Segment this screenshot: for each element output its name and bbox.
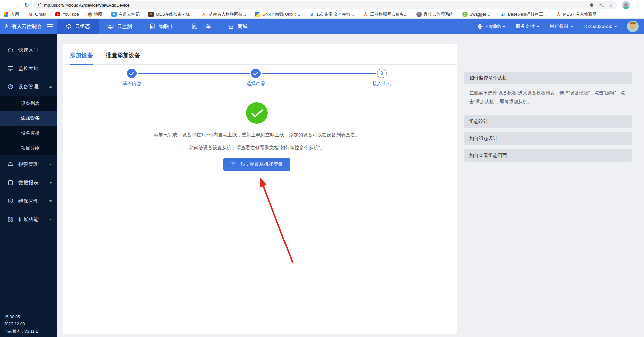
browser-profile-avatar[interactable] [622,1,630,9]
nav-tab-label: 云监测 [117,23,132,30]
bookmark-base64[interactable]: Base64编码转换工... [500,12,547,17]
swagger-icon [462,12,468,17]
brand: 有人云控制台 [0,19,57,34]
help-accordion-header[interactable]: 如何监控多个从机 [464,72,632,84]
nav-tab-mall[interactable]: 商城 [219,19,256,34]
address-bar[interactable]: mp.usr.cn/#/cloudV2/device/ViewAddDevice… [34,1,617,9]
sidebar-item-device-list[interactable]: 设备列表 [0,96,57,111]
work-order-icon [191,23,198,30]
help-accordion-header[interactable]: 如何组态设计 [464,132,632,145]
sidebar-item-quick-start[interactable]: 快速入门 [0,41,57,59]
sidebar-item-label: 报警管理 [18,161,39,168]
sidebar-item-label: 设备管理 [18,84,39,90]
bookmark-swagger[interactable]: Swagger UI [462,12,492,17]
home-icon [7,47,14,53]
help-accordion-view-scada: 如何查看组态画面 [464,149,632,162]
language-selector[interactable]: English [477,24,505,29]
padlock-icon[interactable] [38,3,41,7]
nav-tab-work-order[interactable]: 工单 [182,19,219,34]
topnav-right: English 服务支持 用户权限 15253035650 [477,21,644,32]
bookmark-maps[interactable]: 地图 [88,12,102,17]
sidebar-item-label: 维保管理 [18,198,39,204]
account-menu[interactable]: 15253035650 [583,24,617,29]
browser-menu-icon[interactable]: ⋮ [635,2,641,8]
hint-message: 如何给设备设置从机，请查看右侧帮助文档"如何监控多个从机"。 [63,145,451,151]
nav-tab-cloud-scada[interactable]: 云组态 [57,19,99,34]
bookmark-label: 透传云管理系统 [424,12,453,17]
chevron-up-icon [49,86,52,88]
bookmark-youtube[interactable]: YouTube [55,12,79,17]
bookmark-apps[interactable]: 应用 [4,12,19,17]
sidebar-item-label: 监控大屏 [18,65,39,72]
bookmark-iiot-cloud[interactable]: 工业物联网云服务... [363,12,407,17]
bookmark-youdao[interactable]: 有道云笔记 [111,12,140,17]
monitor-chart-icon [107,23,114,30]
brand-title: 有人云控制台 [11,23,42,30]
sidebar-item-extensions[interactable]: 扩展功能 [0,210,57,228]
back-icon[interactable]: ← [3,2,9,8]
bookmark-mes[interactable]: MES | 有人物联网 [555,12,597,17]
device-management-submenu: 设备列表 添加设备 设备模板 项目分组 [0,96,57,155]
usr-person-icon [363,12,368,17]
gmail-icon [28,12,33,17]
nav-tab-label: 工单 [201,23,211,30]
bookmark-unix-timestamp[interactable]: Unix时间戳(Unix ti... [255,12,300,17]
page: ← → ↻ mp.usr.cn/#/cloudV2/device/ViewAdd… [0,0,644,337]
bookmark-star-icon[interactable]: ☆ [609,3,613,8]
user-permission-menu[interactable]: 用户权限 [549,23,573,29]
bookmark-label: Gmail [35,12,46,17]
sidebar-footer: 15:38:05 2020-12-09 当前版本：V3.11.1 [4,314,38,335]
help-accordion-header[interactable]: 如何查看组态画面 [464,149,632,162]
bookmarks-bar: 应用 Gmail YouTube 地图 有道云笔记 MD5在线加密 - M...… [0,10,644,19]
bookmark-passthrough-cloud[interactable]: 透传云管理系统 [416,12,453,17]
sidebar-item-alarm-management[interactable]: 报警管理 [0,155,57,174]
sidebar-item-monitor-screen[interactable]: 监控大屏 [0,59,57,77]
sidebar-item-label: 数据报表 [18,180,39,186]
sidebar-item-device-template[interactable]: 设备模板 [0,126,57,140]
bookmark-label: Base64编码转换工... [508,12,547,17]
sidebar-item-device-management[interactable]: 设备管理 [0,77,57,96]
youtube-icon [55,12,60,16]
nav-tab-cloud-monitor[interactable]: 云监测 [99,19,141,34]
sidebar-item-add-device[interactable]: 添加设备 [0,111,57,126]
chevron-down-icon [570,26,573,27]
sidebar-item-project-group[interactable]: 项目分组 [0,140,57,155]
forward-icon[interactable]: → [14,2,20,8]
service-support-menu[interactable]: 服务支持 [516,23,539,29]
user-avatar[interactable] [627,21,639,32]
permission-label: 用户权限 [549,23,568,29]
bookmark-usr-jinan[interactable]: 济南有人物联网技... [201,12,246,17]
top-navbar: 有人云控制台 云组态 云监测 物联卡 工单 商城 English [0,19,644,34]
usr-person-icon [201,12,207,17]
success-check-icon [246,102,268,124]
sidebar-item-label: 扩展功能 [18,216,39,223]
location-pin-icon[interactable] [589,3,594,7]
success-message: 添加已完成，设备将在1小时内自动上线，重新上电则立即上线，添加的设备可以在设备列… [63,132,451,138]
refresh-icon[interactable]: ↻ [24,2,29,8]
url-text[interactable]: mp.usr.cn/#/cloudV2/device/ViewAddDevice [44,3,129,8]
hamburger-menu-icon[interactable] [47,26,53,27]
hex-b-icon [309,12,314,17]
help-panel: 如何监控多个从机 左侧菜单选择"设备模板"进入设备模板列表，选择"设备模板"，点… [464,72,632,166]
storefront-icon [228,23,234,30]
sidebar-item-label: 快速入门 [18,47,39,53]
next-step-button[interactable]: 下一步，配置从机和变量 [223,158,290,171]
bookmark-label: 应用 [10,12,19,17]
main-card: 添加设备 批量添加设备 基本信息 选择产品 3 接入上云 添加已完成，设备将在1… [63,44,457,334]
globe-icon [477,24,483,29]
sidebar-item-maintenance[interactable]: 维保管理 [0,192,57,210]
bookmark-label: Swagger UI [470,12,492,17]
bookmark-label: 地图 [94,12,102,17]
sidebar-item-data-report[interactable]: 数据报表 [0,174,57,192]
sim-card-icon [149,23,156,30]
chevron-down-icon [49,164,52,165]
bookmark-md5[interactable]: MD5在线加密 - M... [148,12,192,17]
chevron-down-icon [503,26,505,27]
zoom-out-icon[interactable] [599,3,603,7]
nav-tab-iot-card[interactable]: 物联卡 [141,19,182,34]
bookmark-gmail[interactable]: Gmail [28,12,46,17]
bookmark-hex-text[interactable]: 16进制到文本字符... [309,12,354,17]
usr-logo-icon [4,23,9,30]
help-accordion-header[interactable]: 组态设计 [464,115,632,128]
result-area: 添加已完成，设备将在1小时内自动上线，重新上电则立即上线，添加的设备可以在设备列… [63,44,451,171]
